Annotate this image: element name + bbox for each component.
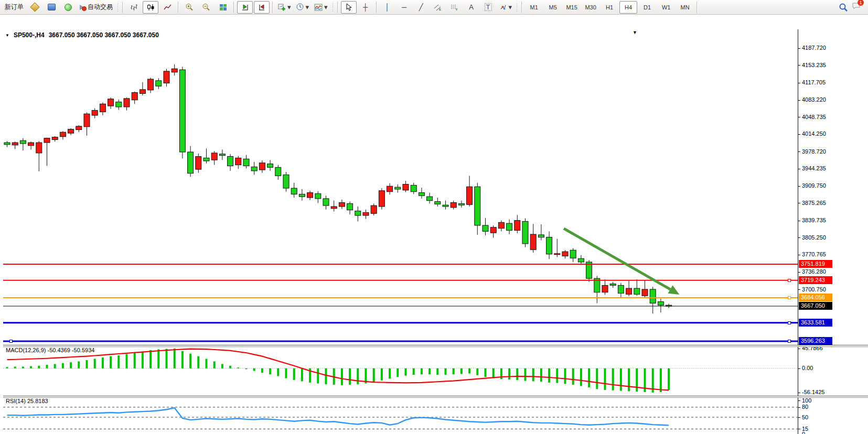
indicators-button[interactable]: ▾ xyxy=(312,1,330,14)
price-line-badge: 3633.581 xyxy=(799,319,832,327)
zoom-in-icon xyxy=(185,3,194,11)
price-tick xyxy=(798,48,800,49)
price-axis-label: 3978.720 xyxy=(802,148,826,155)
arrows-icon xyxy=(499,4,507,11)
price-axis-label: 3909.750 xyxy=(802,182,826,189)
panel-separator[interactable] xyxy=(3,345,868,347)
chart-shift-button[interactable] xyxy=(254,1,270,14)
bar-chart-icon xyxy=(130,4,138,11)
indicators-icon xyxy=(314,4,323,11)
price-axis-label: 4153.235 xyxy=(802,62,826,68)
cursor-tool-button[interactable] xyxy=(341,1,357,14)
timeframe-w1[interactable]: W1 xyxy=(657,1,675,14)
timeframe-m5[interactable]: M5 xyxy=(544,1,562,14)
vertical-line-tool-button[interactable]: │ xyxy=(380,1,395,14)
price-tick xyxy=(798,117,800,117)
price-tick xyxy=(798,237,800,238)
horizontal-line-tool-button[interactable]: ─ xyxy=(397,1,412,14)
arrows-tool-button[interactable]: ▾ xyxy=(497,1,515,14)
main-chart-panel[interactable] xyxy=(3,29,798,345)
timeframe-group: M1M5M15M30H1H4D1W1MN xyxy=(524,1,694,14)
line-handle[interactable] xyxy=(788,296,791,299)
market-watch-button[interactable] xyxy=(44,1,59,14)
zoom-in-button[interactable] xyxy=(181,1,197,14)
price-tick xyxy=(798,186,800,187)
line-handle[interactable] xyxy=(788,279,791,282)
period-button[interactable]: ▾ xyxy=(294,1,312,14)
notifications-button[interactable]: 1 xyxy=(852,2,861,12)
price-tick xyxy=(798,221,800,221)
auto-scroll-button[interactable] xyxy=(237,1,253,14)
auto-trading-icon xyxy=(79,4,86,10)
vertical-line-icon: │ xyxy=(385,4,390,10)
trendline-tool-button[interactable]: ╱ xyxy=(413,1,429,14)
price-tick xyxy=(798,100,800,101)
channel-icon: E xyxy=(434,4,442,11)
candlestick-chart-button[interactable] xyxy=(143,1,158,14)
bar-chart-button[interactable] xyxy=(126,1,142,14)
svg-text:F: F xyxy=(456,8,458,11)
price-tick xyxy=(798,349,800,349)
tile-windows-button[interactable] xyxy=(215,1,231,14)
macd-panel[interactable] xyxy=(3,346,798,396)
zoom-out-icon xyxy=(202,3,210,11)
line-chart-button[interactable] xyxy=(159,1,175,14)
price-tick xyxy=(798,65,800,66)
toolbar-separator xyxy=(521,2,522,13)
timeframe-mn[interactable]: MN xyxy=(676,1,694,14)
auto-scroll-icon xyxy=(241,4,249,11)
price-line-badge: 3596.263 xyxy=(799,337,832,345)
line-handle[interactable] xyxy=(9,340,13,343)
cursor-icon xyxy=(345,3,352,11)
text-label-tool-button[interactable]: T xyxy=(480,1,496,14)
timeframe-m15[interactable]: M15 xyxy=(563,1,581,14)
line-handle[interactable] xyxy=(788,340,791,343)
price-tick xyxy=(798,289,800,290)
price-tick xyxy=(798,272,800,273)
timeframe-h4[interactable]: H4 xyxy=(619,1,637,14)
price-tick xyxy=(798,134,800,135)
auto-trading-button[interactable]: 自动交易 xyxy=(77,1,115,14)
timeframe-m1[interactable]: M1 xyxy=(525,1,543,14)
panel-separator[interactable] xyxy=(3,396,868,398)
line-handle[interactable] xyxy=(788,321,791,324)
auto-trading-label: 自动交易 xyxy=(88,3,113,12)
price-line-badge: 3751.819 xyxy=(799,260,832,268)
price-axis-label: 3944.235 xyxy=(802,165,826,171)
text-label-icon: T xyxy=(485,3,492,11)
crosshair-icon: ┼ xyxy=(363,4,368,10)
zoom-out-button[interactable] xyxy=(198,1,214,14)
price-tick xyxy=(798,83,800,83)
fibonacci-tool-button[interactable]: F xyxy=(447,1,463,14)
crosshair-tool-button[interactable]: ┼ xyxy=(358,1,373,14)
rsi-axis-label: 0 xyxy=(802,431,805,434)
timeframe-d1[interactable]: D1 xyxy=(638,1,656,14)
symbols-button[interactable] xyxy=(27,1,42,14)
trendline-icon: ╱ xyxy=(419,4,423,10)
text-tool-button[interactable]: A xyxy=(464,1,479,14)
timeframe-m30[interactable]: M30 xyxy=(582,1,599,14)
toolbar-separator xyxy=(272,2,273,13)
new-chart-icon xyxy=(278,4,286,11)
line-chart-icon xyxy=(164,4,172,11)
new-order-button[interactable]: 新订单 xyxy=(3,1,26,14)
search-icon[interactable] xyxy=(839,3,848,12)
chart-shift-icon xyxy=(258,4,266,11)
timeframe-h1[interactable]: H1 xyxy=(601,1,618,14)
price-axis-label: 3770.765 xyxy=(802,251,826,257)
rsi-panel[interactable] xyxy=(3,397,798,434)
dropdown-arrow-icon: ▾ xyxy=(324,4,328,10)
clock-icon xyxy=(296,3,304,11)
toolbar-separator xyxy=(337,2,338,13)
price-axis-label: 4014.250 xyxy=(802,131,826,137)
macd-axis-label: 0.00 xyxy=(802,365,813,371)
rsi-axis-label: 50 xyxy=(802,414,808,420)
toolbar-separator xyxy=(178,2,179,13)
channel-tool-button[interactable]: E xyxy=(430,1,446,14)
new-chart-button[interactable]: ▾ xyxy=(276,1,293,14)
dropdown-arrow-icon: ▾ xyxy=(287,4,291,10)
main-toolbar: 新订单 自动交易 ▾ ▾ ▾ xyxy=(0,0,868,15)
notification-badge: 1 xyxy=(858,0,864,6)
new-order-label: 新订单 xyxy=(5,3,24,12)
signals-button[interactable] xyxy=(60,1,76,14)
